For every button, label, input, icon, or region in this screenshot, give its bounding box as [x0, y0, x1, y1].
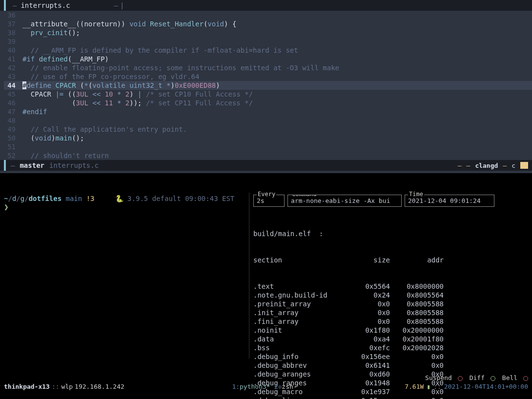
watch-row: .text0x55640x8000000: [253, 282, 528, 291]
watch-row: .bss0xefc0x20002028: [253, 343, 528, 352]
code-line[interactable]: 45 CPACR |= ((3UL << 10 * 2) | /* set CP…: [4, 90, 532, 99]
tab-bar: — interrupts.c — |: [0, 0, 532, 11]
watch-row: .data0xa40x20001f80: [253, 335, 528, 343]
tab-interrupts[interactable]: — interrupts.c: [8, 1, 75, 9]
code-line[interactable]: 47#endif: [4, 107, 532, 116]
code-area[interactable]: 3637__attribute__((noreturn)) void Reset…: [0, 11, 532, 160]
watch-row: .debug_line0x15aea0x0: [253, 396, 528, 399]
status-filename: interrupts.c: [49, 161, 99, 169]
code-line[interactable]: 42 // enable floating-point access; some…: [4, 63, 532, 72]
watch-row: .init_array0x00x8005588: [253, 308, 528, 317]
footer-bell: Bell: [502, 374, 528, 381]
editor-status-bar: — master interrupts.c — — clangd — c: [0, 160, 532, 171]
code-line[interactable]: 49 // Call the application's entry point…: [4, 125, 532, 134]
watch-row: .preinit_array0x00x8005588: [253, 299, 528, 308]
tab-dash: —: [13, 1, 17, 9]
code-line[interactable]: 41#if defined(__ARM_FP): [4, 55, 532, 63]
tab-active-marker: [4, 0, 6, 11]
watch-time-box: Time 2021-12-04 09:01:24: [405, 195, 494, 207]
prompt-char: ❯: [4, 202, 245, 212]
circle-icon: [523, 376, 528, 381]
filetype: c: [512, 162, 515, 169]
snake-icon: 🐍: [115, 195, 123, 202]
code-line[interactable]: 48: [4, 116, 532, 125]
tab-filename: interrupts.c: [20, 1, 70, 9]
watch-header: Every 2s Command arm-none-eabi-size -Ax …: [253, 195, 528, 207]
terminal-area: ~/d/g/dotfiles main !3 🐍 3.9.5 default 0…: [0, 173, 532, 359]
shell-pane[interactable]: ~/d/g/dotfiles main !3 🐍 3.9.5 default 0…: [0, 193, 249, 359]
watch-output: build/main.elf : sectionsizeaddr .text0x…: [253, 212, 528, 399]
watch-every-box: Every 2s: [253, 195, 285, 207]
watch-row: .note.gnu.build-id0x240x8005564: [253, 291, 528, 299]
tmux-power: 7.61W: [405, 383, 424, 390]
tmux-ip: 192.168.1.242: [75, 383, 124, 390]
code-line[interactable]: 44#define CPACR (*(volatile uint32_t *)0…: [4, 81, 532, 90]
watch-row: .noinit0x1f800x20000000: [253, 326, 528, 335]
tmux-window-2[interactable]: 2:zsh-: [274, 383, 297, 390]
watch-footer: Suspend Diff Bell: [425, 374, 528, 381]
code-line[interactable]: 51: [4, 142, 532, 151]
tmux-status-bar: thinkpad-x13 :: wlp 192.168.1.242 1:pyth…: [0, 381, 532, 391]
tab-end-dash: —: [114, 1, 118, 9]
lsp-name: clangd: [475, 162, 498, 169]
code-line[interactable]: 38 prv_cinit();: [4, 28, 532, 37]
tmux-iface: wlp: [61, 383, 73, 390]
code-line[interactable]: 39: [4, 37, 532, 46]
watch-row: .fini_array0x00x8005588: [253, 317, 528, 326]
editor-pane: — interrupts.c — | 3637__attribute__((no…: [0, 0, 532, 173]
code-line[interactable]: 50 (void)main();: [4, 134, 532, 142]
code-line[interactable]: 43 // use of the FP co-processor, eg vld…: [4, 72, 532, 81]
code-line[interactable]: 40 // __ARM_FP is defined by the compile…: [4, 46, 532, 55]
code-line[interactable]: 36: [4, 11, 532, 20]
code-line[interactable]: 52 // shouldn't return: [4, 151, 532, 160]
watch-pane[interactable]: Every 2s Command arm-none-eabi-size -Ax …: [249, 193, 532, 359]
status-end-block: [520, 162, 528, 169]
git-branch: master: [20, 161, 44, 169]
status-mode-marker: [4, 160, 6, 171]
circle-icon: [491, 376, 495, 381]
tmux-window-1[interactable]: 1:python3*: [232, 383, 270, 390]
code-line[interactable]: 46 (3UL << 11 * 2)); /* set CP11 Full Ac…: [4, 99, 532, 107]
battery-icon: ▮: [427, 383, 430, 390]
tmux-datetime: 2021-12-04T14:01+00:00: [444, 383, 528, 390]
footer-diff: Diff: [470, 374, 495, 381]
watch-command-box: Command arm-none-eabi-size -Ax bui: [287, 195, 402, 207]
watch-row: .debug_abbrev0x61410x0: [253, 361, 528, 370]
shell-prompt: ~/d/g/dotfiles main !3 🐍 3.9.5 default 0…: [4, 195, 245, 202]
code-line[interactable]: 37__attribute__((noreturn)) void Reset_H…: [4, 20, 532, 28]
tmux-hostname: thinkpad-x13: [4, 383, 50, 390]
footer-suspend: Suspend: [425, 374, 463, 381]
watch-row: .debug_info0x156ee0x0: [253, 352, 528, 361]
circle-icon: [458, 376, 463, 381]
